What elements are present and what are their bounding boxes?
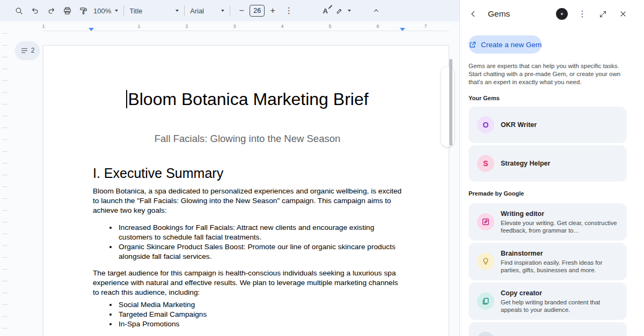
- gems-panel: Gems ⋮ Create a new Gem Gems are experts…: [459, 0, 644, 336]
- zoom-value: 100%: [93, 7, 111, 15]
- sales-pitch-icon: [477, 332, 494, 336]
- ruler-mark: 6: [376, 24, 379, 29]
- writing-editor-icon: [477, 213, 494, 230]
- back-button[interactable]: [466, 7, 480, 21]
- ruler-mark: 4: [281, 24, 283, 29]
- print-icon: [63, 6, 72, 16]
- doc-heading[interactable]: I. Executive Summary: [93, 165, 402, 182]
- your-gems-label: Your Gems: [469, 95, 635, 101]
- redo-icon: [47, 6, 56, 16]
- print-button[interactable]: [59, 3, 75, 18]
- toolbar: 100% Title Arial − 26 + ⋮ A: [0, 0, 459, 21]
- google-docs-window: 100% Title Arial − 26 + ⋮ A: [0, 0, 644, 336]
- create-gem-button[interactable]: Create a new Gem: [469, 35, 541, 54]
- expand-panel-button[interactable]: [596, 7, 610, 21]
- chevron-up-icon: [372, 6, 380, 15]
- doc-bullet-list[interactable]: Social Media Marketing Targeted Email Ca…: [93, 300, 402, 329]
- scrollbar-thumb[interactable]: [449, 59, 452, 146]
- gems-panel-header: Gems ⋮: [460, 0, 644, 28]
- premade-gems-list: Writing editor Elevate your writing. Get…: [460, 203, 644, 336]
- chevron-down-icon: [115, 10, 118, 12]
- toolbar-divider: [230, 5, 230, 16]
- gem-avatar: O: [477, 116, 494, 133]
- doc-paragraph[interactable]: Bloom Botanica, a spa dedicated to perso…: [93, 186, 402, 215]
- ruler-mark: 3: [233, 24, 236, 29]
- doc-bullet[interactable]: Targeted Email Campaigns: [118, 310, 402, 319]
- editor-area: 100% Title Arial − 26 + ⋮ A: [0, 0, 459, 336]
- chevron-down-icon: [221, 10, 224, 12]
- tabs-count: 2: [31, 47, 35, 54]
- panel-title: Gems: [488, 9, 510, 19]
- gem-card-brainstormer[interactable]: Brainstormer Find inspiration easily. Fr…: [469, 243, 627, 280]
- gem-card-okr-writer[interactable]: O OKR Writer: [469, 107, 627, 143]
- undo-button[interactable]: [27, 3, 43, 18]
- toolbar-divider: [184, 5, 185, 16]
- gem-description: Elevate your writing. Get clear, constru…: [501, 219, 618, 234]
- gem-card-strategy-helper[interactable]: S Strategy Helper: [469, 145, 627, 182]
- style-value: Title: [129, 7, 142, 15]
- text-color-button[interactable]: A: [317, 3, 333, 18]
- decrease-font-size-button[interactable]: −: [233, 3, 250, 18]
- toolbar-divider: [123, 5, 124, 16]
- gem-name: Copy creator: [501, 289, 618, 297]
- close-panel-button[interactable]: [616, 7, 630, 21]
- tabs-list-icon: [20, 47, 28, 55]
- premade-label: Premade by Google: [469, 190, 635, 197]
- ruler-mark: 5: [328, 24, 331, 29]
- zoom-select[interactable]: 100%: [91, 3, 120, 18]
- plus-icon: +: [270, 6, 275, 15]
- lightbulb-icon: [477, 253, 494, 270]
- highlight-color-button[interactable]: [333, 3, 353, 18]
- open-in-new-icon: [469, 41, 477, 49]
- gem-card-copy-creator[interactable]: Copy creator Get help writing branded co…: [469, 282, 627, 320]
- chevron-down-icon: [348, 10, 351, 12]
- font-size-input[interactable]: 26: [250, 5, 265, 17]
- doc-paragraph[interactable]: The target audience for this campaign is…: [93, 268, 402, 297]
- horizontal-ruler: 1 1 2 3 4 5 6 7: [43, 24, 449, 31]
- highlighter-icon: [335, 6, 344, 15]
- doc-title[interactable]: Bloom Botanica Marketing Brief: [93, 88, 402, 110]
- doc-bullet[interactable]: Social Media Marketing: [118, 300, 402, 310]
- kebab-icon: ⋮: [578, 10, 587, 18]
- doc-bullet[interactable]: In-Spa Promotions: [118, 319, 402, 329]
- chevron-down-icon: [175, 10, 179, 12]
- gem-avatar: S: [477, 155, 494, 172]
- gemini-button[interactable]: [555, 7, 569, 21]
- minus-icon: −: [239, 6, 244, 15]
- doc-bullet-list[interactable]: Increased Bookings for Fall Facials: Att…: [93, 223, 402, 262]
- your-gems-list: O OKR Writer S Strategy Helper: [460, 107, 644, 182]
- ruler-mark: 1: [137, 24, 140, 29]
- paragraph-style-select[interactable]: Title: [127, 3, 181, 18]
- gem-card-writing-editor[interactable]: Writing editor Elevate your writing. Get…: [469, 203, 627, 241]
- right-indent-marker[interactable]: [400, 28, 405, 31]
- document-tabs-button[interactable]: 2: [15, 41, 40, 59]
- create-gem-label: Create a new Gem: [481, 41, 541, 49]
- gem-name: OKR Writer: [501, 121, 618, 129]
- paint-format-button[interactable]: [75, 3, 91, 18]
- ruler-mark: 7: [424, 24, 427, 29]
- doc-bullet[interactable]: Organic Skincare Product Sales Boost: Pr…: [118, 242, 402, 262]
- font-select[interactable]: Arial: [188, 3, 226, 18]
- document-page[interactable]: Bloom Botanica Marketing Brief Fall Faci…: [43, 45, 449, 336]
- gem-description: Find inspiration easily. Fresh ideas for…: [501, 259, 618, 274]
- gem-name: Writing editor: [501, 210, 618, 218]
- font-value: Arial: [190, 7, 204, 15]
- increase-font-size-button[interactable]: +: [265, 3, 281, 18]
- panel-menu-button[interactable]: ⋮: [575, 7, 589, 21]
- left-indent-marker[interactable]: [89, 28, 94, 31]
- doc-title-text: Bloom Botanica Marketing Brief: [128, 89, 368, 109]
- hide-menus-button[interactable]: [368, 3, 384, 18]
- ruler-mark: 1: [42, 24, 45, 29]
- search-button[interactable]: [11, 3, 27, 18]
- more-formatting-button[interactable]: ⋮: [281, 3, 297, 18]
- undo-icon: [31, 6, 40, 16]
- gem-card-sales-pitch-ideator[interactable]: Sales pitch ideator: [469, 322, 627, 336]
- copy-document-icon: [477, 293, 494, 310]
- gems-intro-text: Gems are experts that can help you with …: [469, 62, 632, 86]
- doc-bullet[interactable]: Increased Bookings for Fall Facials: Att…: [118, 223, 402, 242]
- redo-button[interactable]: [43, 3, 59, 18]
- gem-description: Get help writing branded content that ap…: [501, 298, 618, 313]
- close-icon: [619, 10, 627, 18]
- gem-name: Brainstormer: [501, 249, 618, 258]
- doc-subtitle[interactable]: Fall Facials: Glowing into the New Seaso…: [93, 132, 402, 145]
